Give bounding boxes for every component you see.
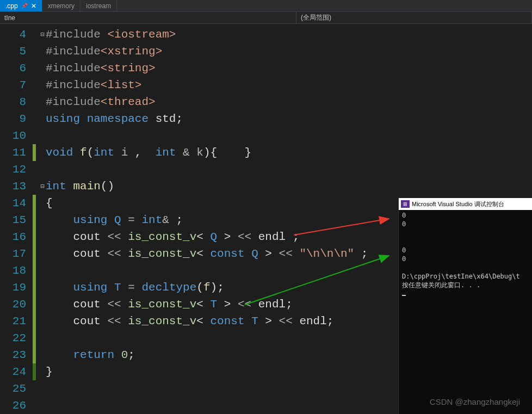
scope-bar: tIne (全局范围) <box>0 12 532 24</box>
line-number: 22 <box>0 330 33 347</box>
line-number: 15 <box>0 212 33 228</box>
fold-icon[interactable]: ⊟ <box>39 182 46 190</box>
line-number: 9 <box>0 110 33 127</box>
line-number: 6 <box>0 60 33 77</box>
cursor <box>402 295 406 296</box>
code-line: #include<thread> <box>33 94 532 110</box>
scope-global-label: (全局范围) <box>301 13 331 22</box>
code-line: ⊟#include <iostream> <box>33 26 532 43</box>
code-line <box>33 161 532 178</box>
line-number: 10 <box>0 127 33 144</box>
line-number: 16 <box>0 228 33 245</box>
line-number: 18 <box>0 262 33 279</box>
tab-iostream[interactable]: iostream <box>81 0 117 11</box>
line-number: 13 <box>0 178 33 195</box>
code-line: #include<xstring> <box>33 43 532 60</box>
console-titlebar[interactable]: ⊞ Microsoft Visual Studio 调试控制台 <box>399 198 532 210</box>
line-number: 4 <box>0 26 33 43</box>
scope-global[interactable]: (全局范围) <box>296 12 532 23</box>
code-line: void f(int i , int & k){ } <box>33 144 532 161</box>
line-number: 17 <box>0 245 33 262</box>
line-number: 20 <box>0 296 33 313</box>
tab-label: xmemory <box>48 2 75 10</box>
code-line: ⊟int main() <box>33 178 532 195</box>
tab-cpp[interactable]: .cpp 📌 ✕ <box>0 0 42 11</box>
tab-xmemory[interactable]: xmemory <box>42 0 81 11</box>
line-number: 26 <box>0 397 33 414</box>
line-number: 12 <box>0 161 33 178</box>
vs-icon: ⊞ <box>401 200 410 208</box>
fold-icon[interactable]: ⊟ <box>39 30 46 39</box>
console-title-text: Microsoft Visual Studio 调试控制台 <box>412 200 504 208</box>
tab-label: iostream <box>86 2 111 10</box>
gutter: 4567891011121314151617181920212223242526 <box>0 24 33 414</box>
tab-label: .cpp <box>5 2 18 10</box>
line-number: 25 <box>0 380 33 397</box>
line-number: 8 <box>0 94 33 110</box>
debug-console: ⊞ Microsoft Visual Studio 调试控制台 0 0 0 0 … <box>398 198 532 414</box>
code-line: #include<string> <box>33 60 532 77</box>
code-line: #include<list> <box>33 77 532 94</box>
pin-icon[interactable]: 📌 <box>21 3 28 9</box>
line-number: 21 <box>0 313 33 330</box>
scope-project-label: tIne <box>4 14 15 22</box>
line-number: 14 <box>0 195 33 212</box>
line-number: 19 <box>0 279 33 296</box>
code-line <box>33 127 532 144</box>
code-line: using namespace std; <box>33 110 532 127</box>
line-number: 24 <box>0 363 33 380</box>
scope-project[interactable]: tIne <box>0 12 296 23</box>
line-number: 23 <box>0 347 33 363</box>
tab-bar: .cpp 📌 ✕ xmemory iostream <box>0 0 532 12</box>
line-number: 7 <box>0 77 33 94</box>
line-number: 11 <box>0 144 33 161</box>
console-output[interactable]: 0 0 0 0 D:\cppProj\testIne\x64\Debug\t 按… <box>399 210 532 414</box>
line-number: 5 <box>0 43 33 60</box>
watermark: CSDN @zhangzhangkeji <box>430 397 520 406</box>
close-icon[interactable]: ✕ <box>31 2 36 10</box>
